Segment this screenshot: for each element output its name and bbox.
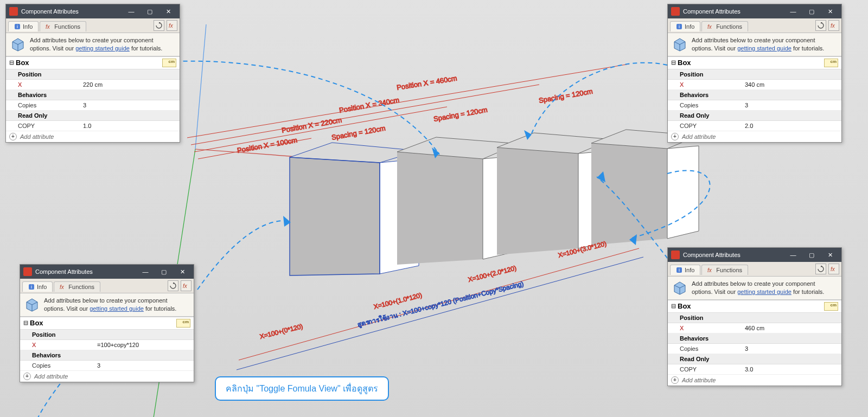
add-attribute[interactable]: + Add attribute (20, 371, 194, 382)
minimize-button[interactable]: — (784, 249, 802, 261)
ruler-icon[interactable]: cm (162, 59, 176, 67)
row-x[interactable]: X 460 cm (668, 323, 841, 333)
toggle-formula-button[interactable]: fx (181, 280, 192, 291)
collapse-icon[interactable]: ⊟ (23, 319, 30, 326)
fx-icon: fx (707, 267, 714, 273)
tab-functions[interactable]: fx Functions (701, 21, 748, 31)
maximize-button[interactable]: ▢ (141, 5, 159, 17)
section-readonly: Read Only (668, 354, 841, 364)
value-copy[interactable]: 2.0 (742, 121, 841, 130)
tab-functions[interactable]: fx Functions (54, 281, 100, 292)
close-button[interactable]: ✕ (173, 266, 192, 278)
refresh-button[interactable] (154, 20, 164, 31)
component-attributes-dialog[interactable]: Component Attributes — ▢ ✕ i Info fx Fun… (5, 4, 180, 143)
titlebar[interactable]: Component Attributes — ▢ ✕ (6, 4, 180, 18)
tab-functions-label: Functions (68, 284, 94, 290)
tab-info[interactable]: i Info (22, 281, 53, 292)
eq2: X=100+(2.0*120) (467, 264, 517, 284)
row-copies[interactable]: Copies 3 (20, 361, 194, 371)
component-header[interactable]: ⊟ Box cm (20, 317, 194, 330)
cube-icon (672, 280, 687, 295)
row-copy[interactable]: COPY 3.0 (668, 364, 841, 375)
value-x[interactable]: 340 cm (742, 80, 841, 89)
maximize-button[interactable]: ▢ (155, 266, 173, 278)
section-behaviors: Behaviors (668, 333, 841, 344)
getting-started-link[interactable]: getting started guide (737, 288, 792, 295)
row-x[interactable]: X =100+copy*120 (20, 340, 194, 350)
maximize-button[interactable]: ▢ (802, 249, 821, 261)
add-attribute[interactable]: + Add attribute (668, 375, 841, 386)
maximize-button[interactable]: ▢ (802, 5, 821, 17)
close-button[interactable]: ✕ (821, 5, 839, 17)
tab-info[interactable]: i Info (670, 21, 700, 31)
row-copy[interactable]: COPY 1.0 (6, 121, 180, 131)
hint-tail: for tutorials. (792, 45, 825, 52)
toggle-formula-button[interactable]: fx (828, 264, 839, 274)
fx-icon: fx (707, 23, 714, 30)
refresh-button[interactable] (815, 20, 826, 31)
value-copies[interactable]: 3 (94, 361, 194, 370)
toggle-formula-button[interactable]: fx (828, 20, 839, 31)
ruler-icon[interactable]: cm (176, 319, 190, 328)
row-copies[interactable]: Copies 3 (668, 344, 841, 354)
row-copies[interactable]: Copies 3 (6, 100, 180, 111)
minimize-button[interactable]: — (784, 5, 802, 17)
info-icon: i (14, 23, 21, 30)
component-header[interactable]: ⊟ Box cm (6, 57, 180, 69)
refresh-button[interactable] (168, 280, 178, 291)
box-4[interactable] (591, 130, 699, 245)
section-position: Position (20, 330, 194, 340)
component-attributes-dialog[interactable]: Component Attributes — ▢ ✕ i Info fx Fun… (667, 247, 842, 386)
value-copies[interactable]: 3 (80, 101, 180, 110)
row-x[interactable]: X 220 cm (6, 80, 180, 90)
value-copies[interactable]: 3 (742, 344, 841, 353)
titlebar[interactable]: Component Attributes — ▢ ✕ (668, 248, 841, 262)
tab-info[interactable]: i Info (670, 265, 700, 275)
ruler-icon[interactable]: cm (824, 59, 838, 67)
svg-text:i: i (31, 284, 32, 290)
getting-started-link[interactable]: getting started guide (75, 45, 130, 52)
getting-started-link[interactable]: getting started guide (737, 45, 792, 52)
collapse-icon[interactable]: ⊟ (9, 59, 16, 66)
tab-functions[interactable]: fx Functions (701, 265, 748, 275)
row-copy[interactable]: COPY 2.0 (668, 121, 841, 131)
collapse-icon[interactable]: ⊟ (671, 303, 678, 310)
add-attribute[interactable]: + Add attribute (6, 131, 180, 142)
component-header[interactable]: ⊟ Box cm (668, 57, 841, 69)
value-copies[interactable]: 3 (742, 101, 841, 110)
add-attribute[interactable]: + Add attribute (668, 131, 841, 142)
svg-text:fx: fx (831, 23, 835, 29)
value-x[interactable]: =100+copy*120 (94, 341, 194, 349)
collapse-icon[interactable]: ⊟ (671, 59, 678, 66)
add-attribute-label: Add attribute (682, 133, 716, 140)
component-header[interactable]: ⊟ Box cm (668, 300, 841, 313)
label-copies: Copies (6, 101, 80, 110)
info-icon: i (676, 267, 682, 273)
label-copy: COPY (6, 121, 80, 130)
section-position: Position (6, 69, 180, 80)
close-button[interactable]: ✕ (159, 5, 177, 17)
row-x[interactable]: X 340 cm (668, 80, 841, 90)
value-x[interactable]: 460 cm (742, 324, 841, 332)
getting-started-link[interactable]: getting started guide (90, 305, 144, 312)
fx-icon: fx (46, 23, 52, 30)
hint: Add attributes below to create your comp… (20, 293, 194, 317)
close-button[interactable]: ✕ (821, 249, 839, 261)
titlebar[interactable]: Component Attributes — ▢ ✕ (668, 4, 841, 18)
titlebar[interactable]: Component Attributes — ▢ ✕ (20, 265, 194, 279)
component-attributes-dialog[interactable]: Component Attributes — ▢ ✕ i Info fx Fun… (20, 264, 194, 382)
minimize-button[interactable]: — (136, 266, 155, 278)
dim-space1: Spacing = 120cm (331, 124, 386, 142)
row-copies[interactable]: Copies 3 (668, 100, 841, 111)
ruler-icon[interactable]: cm (824, 302, 838, 311)
value-x[interactable]: 220 cm (80, 80, 180, 89)
component-attributes-dialog[interactable]: Component Attributes — ▢ ✕ i Info fx Fun… (667, 4, 842, 143)
minimize-button[interactable]: — (122, 5, 141, 17)
plus-icon: + (671, 133, 679, 140)
value-copy[interactable]: 3.0 (742, 365, 841, 374)
refresh-button[interactable] (815, 264, 826, 274)
value-copy[interactable]: 1.0 (80, 121, 180, 130)
tab-info[interactable]: i Info (8, 21, 39, 31)
toggle-formula-button[interactable]: fx (167, 20, 177, 31)
tab-functions[interactable]: fx Functions (40, 21, 86, 31)
